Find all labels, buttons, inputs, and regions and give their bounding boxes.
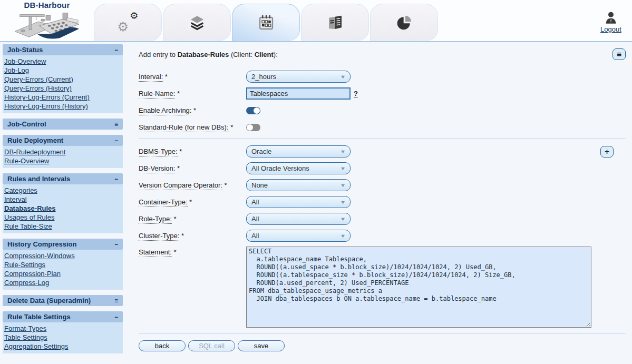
sidebar-section-header[interactable]: Rule Deployment− <box>3 135 123 146</box>
sidebar-item-format-types[interactable]: Format-Types <box>4 324 121 333</box>
sidebar-section-title: Delete Data (Superadmin) <box>7 297 91 304</box>
required-asterisk: * <box>179 232 184 240</box>
save-button[interactable]: save <box>238 340 285 351</box>
dropdown-arrow-icon: ▼ <box>340 233 346 239</box>
required-asterisk: * <box>172 215 177 223</box>
tab-statistics[interactable] <box>370 4 438 41</box>
role-type-select[interactable]: All▼ <box>246 213 351 225</box>
required-asterisk: * <box>172 248 177 256</box>
form-row-cluster-type: Cluster-Type: *All▼ <box>139 230 626 242</box>
field-label-version-compare-operator: Version Compare Operator: * <box>139 181 246 189</box>
gears-icon: ⚙⚙ <box>118 13 139 32</box>
add-rule-button[interactable]: + <box>600 146 614 158</box>
role-type-select-value: All <box>251 215 259 223</box>
db-version-select-value: All Oracle Versions <box>251 164 309 172</box>
menu-button[interactable]: ≡ <box>612 48 626 60</box>
enable-archiving-toggle[interactable] <box>246 107 260 114</box>
sidebar-section: Delete Data (Superadmin)≡ <box>3 295 123 306</box>
sidebar-item-job-overview[interactable]: Job-Overview <box>4 57 121 66</box>
field-label-rule-name: Rule-Name: * <box>139 90 246 97</box>
main-content: Add entry to Database-Rules (Client: Cli… <box>123 42 632 363</box>
required-asterisk: * <box>178 147 182 155</box>
sidebar-item-rule-overview[interactable]: Rule-Overview <box>4 156 121 165</box>
dropdown-arrow-icon: ▼ <box>340 166 346 171</box>
sidebar-section-header[interactable]: Job-Status− <box>3 44 123 55</box>
footer-divider <box>139 333 626 333</box>
collapse-icon[interactable]: − <box>114 137 118 144</box>
sidebar-item-rule-settings[interactable]: Rule-Settings <box>4 260 121 269</box>
sidebar-section-links: Format-TypesTable SettingsAggregation-Se… <box>3 322 123 353</box>
sidebar-item-query-errors-current-[interactable]: Query-Errors (Current) <box>4 75 121 84</box>
sidebar-section-title: Rules and Intervals <box>7 175 70 183</box>
sidebar-item-interval[interactable]: Interval <box>4 195 121 204</box>
report-icon <box>327 14 344 31</box>
sidebar-item-aggregation-settings[interactable]: Aggregation-Settings <box>4 342 121 351</box>
sidebar-item-query-errors-history-[interactable]: Query-Errors (History) <box>4 84 121 93</box>
sidebar-section-header[interactable]: Rule Table Settings− <box>3 311 123 322</box>
statement-textarea[interactable] <box>246 247 591 328</box>
interval-select[interactable]: 2_hours▼ <box>246 71 351 83</box>
field-label-enable-archiving: Enable Archiving: * <box>139 106 246 114</box>
sidebar-item-table-settings[interactable]: Table Settings <box>4 333 121 342</box>
sidebar-section-title: History Compression <box>7 240 76 248</box>
db-version-select[interactable]: All Oracle Versions▼ <box>246 162 351 174</box>
logout-link[interactable]: Logout <box>600 25 621 33</box>
collapse-icon[interactable]: − <box>114 47 118 53</box>
main-navigation: ⚙⚙ <box>94 0 438 41</box>
sidebar-item-history-log-errors-current-[interactable]: History-Log-Errors (Current) <box>4 93 121 102</box>
required-asterisk: * <box>222 181 227 189</box>
version-compare-operator-select-value: None <box>251 181 268 189</box>
version-compare-operator-select[interactable]: None▼ <box>246 179 351 191</box>
sql-call-button[interactable]: SQL call <box>188 340 235 351</box>
cluster-type-select[interactable]: All▼ <box>246 230 351 242</box>
form-row-db-version: DB-Version: *All Oracle Versions▼ <box>139 162 626 174</box>
expand-icon[interactable]: ≡ <box>114 121 118 127</box>
tab-layers[interactable] <box>163 4 231 41</box>
user-icon <box>604 11 618 25</box>
sidebar-item-compression-windows[interactable]: Compression-Windows <box>4 251 121 260</box>
section-divider <box>139 139 626 139</box>
collapse-icon[interactable]: − <box>114 241 118 248</box>
tab-reports[interactable] <box>301 4 369 41</box>
sidebar-item-rule-table-size[interactable]: Rule Table-Size <box>4 222 121 231</box>
required-asterisk: * <box>175 164 180 172</box>
sidebar-item-job-log[interactable]: Job-Log <box>4 66 121 75</box>
form-actions: backSQL callsave <box>139 340 626 351</box>
dbms-type-select[interactable]: Oracle▼ <box>246 145 351 158</box>
required-asterisk: * <box>163 73 168 81</box>
rule-name-input[interactable] <box>246 87 351 100</box>
pie-chart-icon <box>396 14 413 31</box>
form-row-version-compare-operator: Version Compare Operator: *None▼ <box>139 179 626 191</box>
form-row-statement: Statement: * <box>139 247 626 328</box>
sidebar-section-links: DB-RuledeploymentRule-Overview <box>3 146 123 168</box>
back-button[interactable]: back <box>139 340 186 351</box>
container-type-select-value: All <box>251 198 259 206</box>
app-header: DB-Harbour ⚙⚙ <box>0 0 632 42</box>
sidebar-item-history-log-errors-history-[interactable]: History-Log-Errors (History) <box>4 102 121 111</box>
sidebar-section-header[interactable]: Delete Data (Superadmin)≡ <box>3 295 123 306</box>
tab-scheduler[interactable] <box>232 4 300 41</box>
sidebar-item-categories[interactable]: Categories <box>4 186 121 195</box>
sidebar: Job-Status−Job-OverviewJob-LogQuery-Erro… <box>3 44 123 363</box>
sidebar-section-title: Job-Control <box>7 120 46 128</box>
field-label-standard-rule: Standard-Rule (for new DBs): * <box>139 123 246 131</box>
collapse-icon[interactable]: − <box>114 176 118 182</box>
collapse-icon[interactable]: − <box>114 314 118 320</box>
dropdown-arrow-icon: ▼ <box>340 217 346 222</box>
form-row-container-type: Container-Type: *All▼ <box>139 196 626 208</box>
standard-rule-toggle[interactable] <box>246 124 260 131</box>
sidebar-item-usages-of-rules[interactable]: Usages of Rules <box>4 213 121 222</box>
tab-settings[interactable]: ⚙⚙ <box>94 4 162 41</box>
sidebar-item-compress-log[interactable]: Compress-Log <box>4 278 121 287</box>
sidebar-item-database-rules[interactable]: Database-Rules <box>4 204 121 213</box>
expand-icon[interactable]: ≡ <box>114 298 118 304</box>
sidebar-section-header[interactable]: History Compression− <box>3 239 123 250</box>
layers-icon <box>189 14 206 31</box>
sidebar-section-header[interactable]: Rules and Intervals− <box>3 173 123 184</box>
rule-name-help-link[interactable]: ? <box>354 90 358 98</box>
sidebar-item-compression-plan[interactable]: Compression-Plan <box>4 269 121 278</box>
container-type-select[interactable]: All▼ <box>246 196 351 208</box>
form-row-rule-name: Rule-Name: *? <box>139 87 626 100</box>
sidebar-section-header[interactable]: Job-Control≡ <box>3 119 123 130</box>
sidebar-item-db-ruledeployment[interactable]: DB-Ruledeployment <box>4 147 121 156</box>
